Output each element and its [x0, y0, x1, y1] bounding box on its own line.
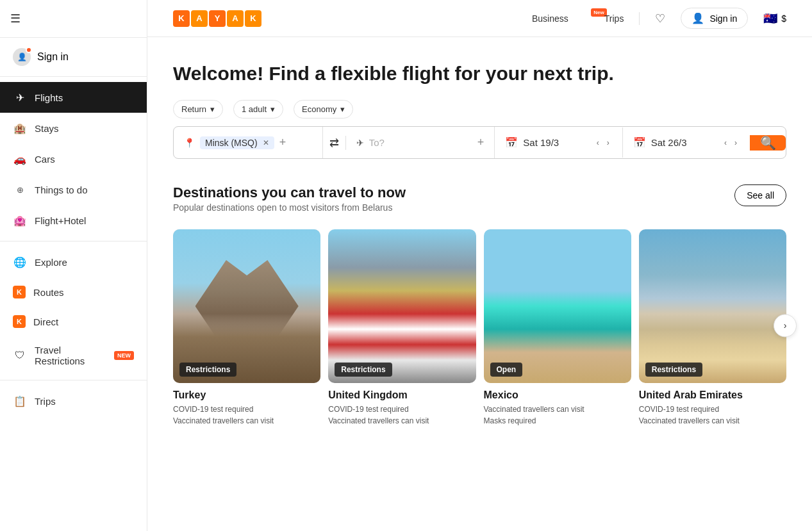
flag-icon: 🇦🇺: [763, 12, 777, 26]
business-link[interactable]: Business New: [532, 13, 589, 24]
hero-title: Welcome! Find a flexible flight for your…: [173, 63, 786, 85]
trips-nav-label: Trips: [604, 13, 624, 24]
hamburger-icon[interactable]: ☰: [10, 12, 21, 25]
sidebar-trips-label: Trips: [35, 396, 56, 407]
search-button[interactable]: 🔍: [750, 135, 786, 151]
mexico-info: Vaccinated travellers can visit Masks re…: [484, 404, 631, 427]
sidebar-item-cars[interactable]: 🚗 Cars: [0, 143, 147, 174]
sidebar-item-things-to-do[interactable]: ⊕ Things to do: [0, 174, 147, 205]
destination-card-mexico[interactable]: Open Mexico Vaccinated travellers can vi…: [484, 229, 631, 427]
uae-image: Restrictions: [639, 229, 786, 383]
section-header: Destinations you can travel to now Popul…: [173, 184, 786, 225]
explore-icon: 🌐: [13, 255, 27, 269]
origin-tag: Minsk (MSQ) ✕: [200, 136, 274, 149]
cabin-class-label: Economy: [302, 104, 336, 114]
uk-scene: [328, 229, 476, 383]
mexico-image: Open: [484, 229, 631, 383]
sidebar-item-flight-hotel[interactable]: 🏩 Flight+Hotel: [0, 205, 147, 236]
logo-a: A: [191, 10, 208, 27]
sidebar-item-travel-restrictions[interactable]: 🛡 Travel Restrictions NEW: [0, 336, 147, 375]
trips-link[interactable]: Trips: [604, 13, 624, 24]
date-to-prev[interactable]: ‹: [722, 137, 729, 149]
date-to-value: Sat 26/3: [651, 137, 687, 148]
wishlist-icon[interactable]: ♡: [655, 12, 665, 26]
uae-info-2: Vaccinated travellers can visit: [639, 415, 786, 427]
turkey-info: COVID-19 test required Vaccinated travel…: [173, 404, 320, 427]
sidebar-sign-in[interactable]: 👤 Sign in: [0, 38, 147, 77]
destination-field[interactable]: ✈ To? +: [346, 127, 495, 158]
sidebar-item-trips[interactable]: 📋 Trips: [0, 386, 147, 416]
uk-info-1: COVID-19 test required: [328, 404, 476, 415]
passengers-label: 1 adult: [242, 104, 267, 114]
business-label: Business: [532, 13, 568, 24]
new-badge: NEW: [114, 351, 134, 360]
stays-icon: 🏨: [13, 121, 27, 135]
logo-k2: K: [245, 10, 261, 27]
section-subtitle: Popular destinations open to most visito…: [173, 202, 406, 213]
logo-a2: A: [227, 10, 244, 27]
turkey-name: Turkey: [173, 389, 320, 401]
sidebar: ☰ 👤 Sign in ✈ Flights 🏨 Stays 🚗 Cars ⊕ T…: [0, 0, 147, 531]
mexico-info-2: Masks required: [484, 415, 631, 427]
destination-card-turkey[interactable]: Restrictions Turkey COVID-19 test requir…: [173, 229, 320, 427]
origin-close[interactable]: ✕: [263, 138, 269, 147]
destinations-grid: Restrictions Turkey COVID-19 test requir…: [173, 229, 786, 427]
date-from-next[interactable]: ›: [604, 137, 612, 149]
direct-icon: K: [13, 315, 26, 328]
sidebar-flights-label: Flights: [35, 92, 63, 103]
sidebar-item-explore[interactable]: 🌐 Explore: [0, 247, 147, 277]
avatar: 👤: [13, 48, 31, 66]
main-content: K A Y A K Business New Trips ♡ 👤 Sign in…: [147, 0, 812, 531]
sidebar-item-direct[interactable]: K Direct: [0, 307, 147, 336]
date-from-prev[interactable]: ‹: [594, 137, 602, 149]
sidebar-header[interactable]: ☰: [0, 0, 147, 38]
destination-card-uk[interactable]: Restrictions United Kingdom COVID-19 tes…: [328, 229, 476, 427]
date-to-field[interactable]: 📅 Sat 26/3 ‹ ›: [623, 127, 750, 158]
cars-icon: 🚗: [13, 152, 27, 166]
sign-in-button[interactable]: 👤 Sign in: [681, 8, 748, 29]
sidebar-direct-label: Direct: [33, 316, 58, 327]
uae-info: COVID-19 test required Vaccinated travel…: [639, 404, 786, 427]
add-origin-icon[interactable]: +: [279, 136, 286, 149]
search-row: 📍 Minsk (MSQ) ✕ + ⇄ ✈ To? + 📅 Sat 19/3: [173, 126, 786, 159]
sign-in-label: Sign in: [37, 51, 69, 63]
currency-selector[interactable]: 🇦🇺 $: [763, 12, 786, 26]
mexico-scene: [484, 229, 631, 383]
date-to-next[interactable]: ›: [732, 137, 740, 149]
passengers-chevron: ▾: [270, 104, 275, 114]
sidebar-item-flights[interactable]: ✈ Flights: [0, 82, 147, 113]
nav-divider: [639, 12, 640, 25]
flight-hotel-icon: 🏩: [13, 213, 27, 227]
sidebar-item-routes[interactable]: K Routes: [0, 277, 147, 307]
origin-field[interactable]: 📍 Minsk (MSQ) ✕ +: [174, 127, 323, 158]
destination-card-uae[interactable]: Restrictions United Arab Emirates COVID-…: [639, 229, 786, 427]
things-icon: ⊕: [13, 183, 27, 197]
sidebar-restrictions-label: Travel Restrictions: [35, 345, 104, 366]
passengers-dropdown[interactable]: 1 adult ▾: [233, 100, 283, 118]
add-destination-icon[interactable]: +: [477, 136, 485, 149]
date-from-nav: ‹ ›: [594, 137, 612, 149]
see-all-button[interactable]: See all: [734, 184, 786, 206]
user-circle-icon: 👤: [692, 12, 704, 24]
origin-value: Minsk (MSQ): [205, 138, 258, 148]
uk-name: United Kingdom: [328, 389, 476, 401]
uk-info-2: Vaccinated travellers can visit: [328, 415, 476, 427]
scroll-next-button[interactable]: ›: [774, 314, 797, 337]
cabin-class-dropdown[interactable]: Economy ▾: [294, 100, 353, 118]
sidebar-nav: ✈ Flights 🏨 Stays 🚗 Cars ⊕ Things to do …: [0, 77, 147, 531]
logo-k1: K: [173, 10, 190, 27]
sidebar-item-stays[interactable]: 🏨 Stays: [0, 113, 147, 143]
section-header-left: Destinations you can travel to now Popul…: [173, 184, 406, 225]
swap-button[interactable]: ⇄: [323, 136, 346, 150]
search-icon: 🔍: [760, 135, 776, 151]
trip-type-chevron: ▾: [210, 104, 215, 114]
trip-type-label: Return: [181, 104, 206, 114]
top-nav: K A Y A K Business New Trips ♡ 👤 Sign in…: [147, 0, 812, 37]
trips-icon: 📋: [13, 394, 27, 408]
date-from-field[interactable]: 📅 Sat 19/3 ‹ ›: [495, 127, 622, 158]
turkey-info-2: Vaccinated travellers can visit: [173, 415, 320, 427]
uk-image: Restrictions: [328, 229, 476, 383]
sidebar-cars-label: Cars: [35, 154, 55, 165]
trip-type-dropdown[interactable]: Return ▾: [173, 100, 223, 118]
kayak-logo[interactable]: K A Y A K: [173, 10, 261, 27]
